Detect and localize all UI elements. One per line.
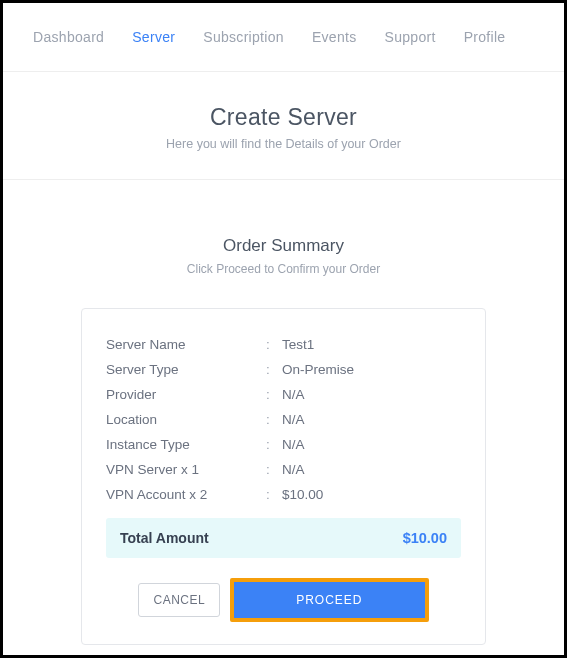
row-value: Test1 [282, 337, 314, 352]
page-header: Create Server Here you will find the Det… [3, 72, 564, 180]
nav-server[interactable]: Server [132, 29, 175, 45]
row-colon: : [266, 487, 282, 502]
row-colon: : [266, 412, 282, 427]
nav-subscription[interactable]: Subscription [203, 29, 284, 45]
row-value: N/A [282, 437, 305, 452]
row-label: Server Type [106, 362, 266, 377]
row-colon: : [266, 462, 282, 477]
total-value: $10.00 [403, 530, 447, 546]
section-subtitle: Click Proceed to Confirm your Order [23, 262, 544, 276]
row-value: $10.00 [282, 487, 323, 502]
total-label: Total Amount [120, 530, 209, 546]
section-title: Order Summary [23, 236, 544, 256]
nav-events[interactable]: Events [312, 29, 357, 45]
nav-profile[interactable]: Profile [464, 29, 506, 45]
row-value: N/A [282, 462, 305, 477]
row-server-name: Server Name : Test1 [106, 337, 461, 352]
section-header: Order Summary Click Proceed to Confirm y… [3, 180, 564, 296]
total-row: Total Amount $10.00 [106, 518, 461, 558]
page-subtitle: Here you will find the Details of your O… [23, 137, 544, 151]
row-label: Server Name [106, 337, 266, 352]
nav-support[interactable]: Support [385, 29, 436, 45]
row-colon: : [266, 362, 282, 377]
cancel-button[interactable]: CANCEL [138, 583, 220, 617]
row-label: VPN Server x 1 [106, 462, 266, 477]
row-colon: : [266, 437, 282, 452]
proceed-highlight: PROCEED [230, 578, 428, 622]
page-title: Create Server [23, 104, 544, 131]
row-instance-type: Instance Type : N/A [106, 437, 461, 452]
row-colon: : [266, 387, 282, 402]
row-provider: Provider : N/A [106, 387, 461, 402]
order-summary-card: Server Name : Test1 Server Type : On-Pre… [81, 308, 486, 645]
actions: CANCEL PROCEED [106, 578, 461, 622]
row-server-type: Server Type : On-Premise [106, 362, 461, 377]
proceed-button[interactable]: PROCEED [234, 582, 424, 618]
nav-dashboard[interactable]: Dashboard [33, 29, 104, 45]
row-label: Location [106, 412, 266, 427]
row-value: On-Premise [282, 362, 354, 377]
row-label: VPN Account x 2 [106, 487, 266, 502]
row-value: N/A [282, 387, 305, 402]
row-value: N/A [282, 412, 305, 427]
row-label: Provider [106, 387, 266, 402]
row-label: Instance Type [106, 437, 266, 452]
row-colon: : [266, 337, 282, 352]
row-vpn-server: VPN Server x 1 : N/A [106, 462, 461, 477]
row-location: Location : N/A [106, 412, 461, 427]
top-nav: Dashboard Server Subscription Events Sup… [3, 3, 564, 72]
row-vpn-account: VPN Account x 2 : $10.00 [106, 487, 461, 502]
